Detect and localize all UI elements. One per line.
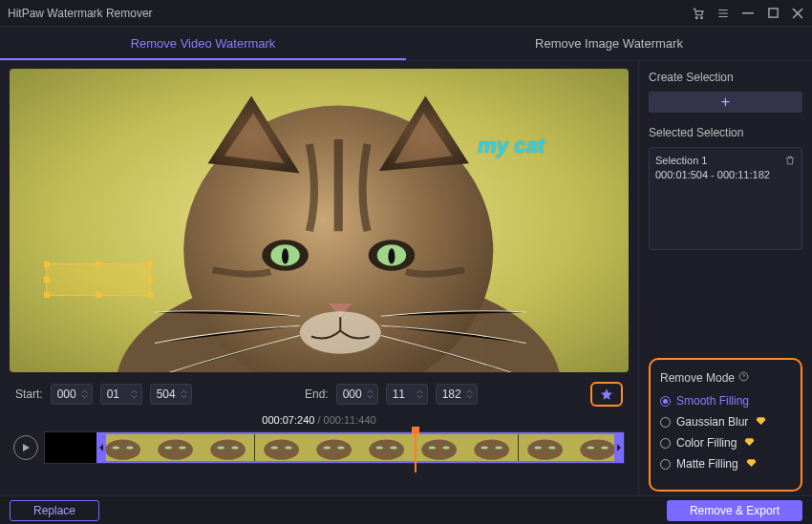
main-area: my cat Start: 000 01 504 End: 000 11 182… <box>0 61 638 495</box>
svg-point-45 <box>496 446 502 449</box>
timecode-readout: 000:07:240 / 000:11:440 <box>10 414 629 426</box>
range-handle-left[interactable] <box>96 432 106 463</box>
start-ms-stepper[interactable]: 504 <box>150 384 192 405</box>
svg-point-43 <box>475 439 510 459</box>
svg-point-49 <box>548 446 555 449</box>
main-tabs: Remove Video Watermark Remove Image Wate… <box>0 27 812 61</box>
svg-point-19 <box>158 439 193 459</box>
svg-point-31 <box>316 439 352 459</box>
end-ms-stepper[interactable]: 182 <box>436 384 478 405</box>
selection-range: 000:01:504 - 000:11:182 <box>655 168 770 182</box>
selection-row[interactable]: Selection 1 000:01:504 - 000:11:182 <box>655 154 796 182</box>
svg-point-28 <box>270 446 277 449</box>
mode-radio-gaussian[interactable]: Gaussian Blur <box>660 415 791 429</box>
current-time: 000:07:240 <box>262 414 314 426</box>
svg-point-29 <box>285 446 291 449</box>
svg-point-47 <box>527 439 563 459</box>
svg-point-37 <box>390 446 396 449</box>
svg-point-12 <box>388 248 395 263</box>
remove-mode-title: Remove Mode <box>660 371 735 385</box>
range-handle-right[interactable] <box>614 432 624 463</box>
svg-point-33 <box>337 446 344 449</box>
svg-point-20 <box>165 446 172 449</box>
minimize-icon[interactable] <box>741 7 755 20</box>
replace-button[interactable]: Replace <box>10 500 99 521</box>
selection-name: Selection 1 <box>655 154 770 168</box>
watermark-overlay-text: my cat <box>478 134 545 158</box>
mode-radio-matte[interactable]: Matte Filling <box>660 457 791 471</box>
svg-point-52 <box>587 446 593 449</box>
side-panel: Create Selection + Selected Selection Se… <box>638 61 812 495</box>
svg-point-11 <box>282 248 288 263</box>
play-button[interactable] <box>13 435 38 460</box>
remove-export-button[interactable]: Remove & Export <box>667 500 802 521</box>
diamond-icon <box>744 436 755 450</box>
svg-point-44 <box>481 446 488 449</box>
tab-image-watermark[interactable]: Remove Image Watermark <box>406 27 812 60</box>
svg-point-32 <box>323 446 330 449</box>
plus-icon: + <box>721 94 730 111</box>
end-minutes-stepper[interactable]: 11 <box>386 384 428 405</box>
help-icon[interactable] <box>738 371 749 385</box>
title-bar: HitPaw Watermark Remover <box>0 0 812 27</box>
svg-point-0 <box>695 16 697 18</box>
svg-point-39 <box>421 439 457 459</box>
footer-bar: Replace Remove & Export <box>0 495 812 524</box>
svg-point-23 <box>211 439 246 459</box>
svg-point-27 <box>264 439 299 459</box>
diamond-icon <box>756 415 766 429</box>
time-range-row: Start: 000 01 504 End: 000 11 182 <box>10 382 629 407</box>
end-hours-stepper[interactable]: 000 <box>336 384 378 405</box>
trash-icon[interactable] <box>784 154 796 170</box>
svg-point-16 <box>113 446 119 449</box>
favorite-button[interactable] <box>590 382 623 407</box>
video-preview[interactable]: my cat <box>10 69 629 372</box>
mode-radio-color[interactable]: Color Filling <box>660 436 791 450</box>
selected-selection-label: Selected Selection <box>649 126 802 139</box>
create-selection-label: Create Selection <box>649 71 802 84</box>
svg-point-25 <box>232 446 239 449</box>
start-hours-stepper[interactable]: 000 <box>51 384 93 405</box>
svg-point-48 <box>534 446 541 449</box>
window-controls <box>692 7 804 20</box>
remove-mode-panel: Remove Mode Smooth Filling Gaussian Blur… <box>649 358 802 492</box>
svg-point-35 <box>369 439 404 459</box>
tab-video-watermark[interactable]: Remove Video Watermark <box>0 27 406 60</box>
timeline-filmstrip[interactable] <box>44 431 625 464</box>
svg-point-36 <box>376 446 383 449</box>
svg-point-40 <box>429 446 436 449</box>
cart-icon[interactable] <box>692 7 705 20</box>
app-title: HitPaw Watermark Remover <box>8 7 153 20</box>
svg-point-51 <box>580 439 615 459</box>
start-minutes-stepper[interactable]: 01 <box>100 384 142 405</box>
svg-point-53 <box>601 446 608 449</box>
selection-list: Selection 1 000:01:504 - 000:11:182 <box>649 147 802 250</box>
svg-point-1 <box>701 16 703 18</box>
menu-icon[interactable] <box>716 7 730 20</box>
close-icon[interactable] <box>791 7 804 20</box>
svg-rect-2 <box>742 12 754 14</box>
svg-point-24 <box>218 446 224 449</box>
selection-bounding-box[interactable] <box>46 263 151 296</box>
maximize-icon[interactable] <box>766 7 780 20</box>
svg-rect-3 <box>768 9 777 17</box>
svg-point-21 <box>179 446 185 449</box>
duration-time: 000:11:440 <box>324 414 376 426</box>
timeline-row <box>10 431 629 464</box>
svg-point-41 <box>443 446 450 449</box>
end-label: End: <box>305 388 329 401</box>
add-selection-button[interactable]: + <box>649 92 802 113</box>
start-label: Start: <box>15 388 43 401</box>
svg-point-15 <box>105 439 140 459</box>
svg-point-17 <box>126 446 133 449</box>
mode-radio-smooth[interactable]: Smooth Filling <box>660 394 791 408</box>
diamond-icon <box>746 457 757 471</box>
